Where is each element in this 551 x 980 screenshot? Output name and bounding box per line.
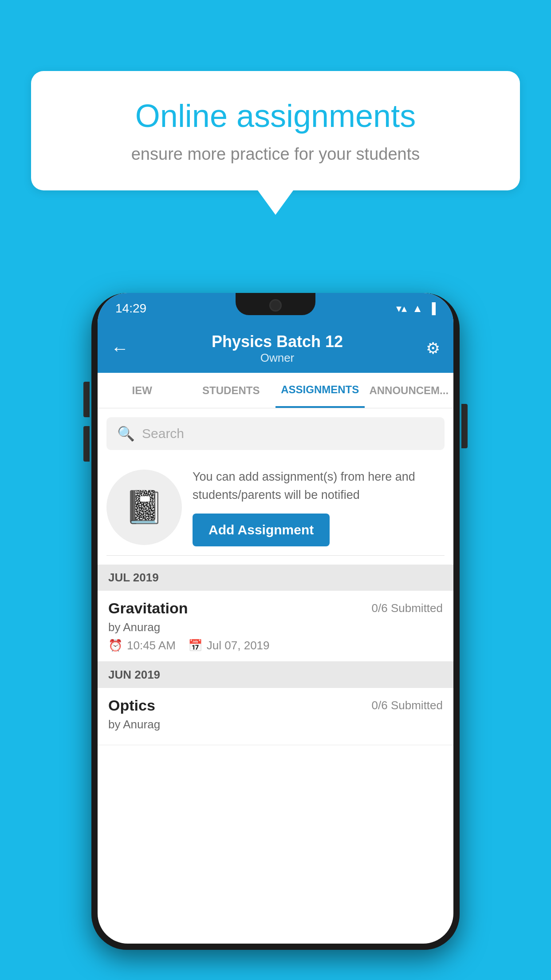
meta-time: ⏰ 10:45 AM <box>108 639 176 652</box>
calendar-icon: 📅 <box>188 639 202 652</box>
promo-text: You can add assignment(s) from here and … <box>193 468 445 504</box>
header-subtitle: Owner <box>212 351 343 365</box>
add-assignment-promo: 📓 You can add assignment(s) from here an… <box>106 459 445 556</box>
screen-content: 🔍 Search 📓 You can add assignment(s) fro… <box>98 408 453 944</box>
speech-bubble-arrow <box>258 190 293 215</box>
battery-icon: ▐ <box>428 302 436 315</box>
section-header-jul: JUL 2019 <box>98 565 453 591</box>
phone-screen: 14:29 ▾▴ ▲ ▐ ← Physics Batch 12 Owner ⚙ <box>98 293 453 944</box>
meta-time-value: 10:45 AM <box>127 639 176 652</box>
search-icon: 🔍 <box>117 425 135 442</box>
assignment-meta: ⏰ 10:45 AM 📅 Jul 07, 2019 <box>108 639 443 652</box>
speech-bubble-title: Online assignments <box>67 98 484 134</box>
tab-announcements[interactable]: ANNOUNCEM... <box>365 373 454 408</box>
app-header: ← Physics Batch 12 Owner ⚙ <box>98 324 453 373</box>
meta-date-value: Jul 07, 2019 <box>207 639 270 652</box>
promo-icon-circle: 📓 <box>106 470 182 545</box>
clock-icon: ⏰ <box>108 639 122 652</box>
phone-frame: 14:29 ▾▴ ▲ ▐ ← Physics Batch 12 Owner ⚙ <box>91 293 460 950</box>
optics-name: Optics <box>108 697 155 714</box>
phone-notch <box>236 293 315 315</box>
volume-up-button <box>83 382 90 417</box>
wifi-icon: ▾▴ <box>396 302 407 315</box>
notebook-icon: 📓 <box>124 488 164 526</box>
promo-right: You can add assignment(s) from here and … <box>193 468 445 546</box>
optics-row1: Optics 0/6 Submitted <box>108 697 443 714</box>
tabs-bar: IEW STUDENTS ASSIGNMENTS ANNOUNCEM... <box>98 373 453 408</box>
assignment-item-gravitation[interactable]: Gravitation 0/6 Submitted by Anurag ⏰ 10… <box>98 591 453 662</box>
assignment-item-optics[interactable]: Optics 0/6 Submitted by Anurag <box>98 688 453 745</box>
assignment-status: 0/6 Submitted <box>372 601 443 615</box>
assignment-row1: Gravitation 0/6 Submitted <box>108 600 443 617</box>
speech-bubble-wrapper: Online assignments ensure more practice … <box>31 71 520 215</box>
phone-camera <box>269 299 282 312</box>
volume-down-button <box>83 426 90 462</box>
phone-wrapper: 14:29 ▾▴ ▲ ▐ ← Physics Batch 12 Owner ⚙ <box>91 293 460 950</box>
settings-button[interactable]: ⚙ <box>426 339 440 358</box>
optics-by: by Anurag <box>108 718 443 731</box>
signal-icon: ▲ <box>412 302 423 315</box>
meta-date: 📅 Jul 07, 2019 <box>188 639 270 652</box>
power-button <box>461 404 468 448</box>
tab-iew[interactable]: IEW <box>98 373 187 408</box>
speech-bubble-subtitle: ensure more practice for your students <box>67 145 484 164</box>
assignment-by: by Anurag <box>108 620 443 634</box>
search-bar[interactable]: 🔍 Search <box>106 417 445 450</box>
back-button[interactable]: ← <box>111 339 129 359</box>
header-center: Physics Batch 12 Owner <box>212 332 343 365</box>
speech-bubble: Online assignments ensure more practice … <box>31 71 520 190</box>
section-header-jun: JUN 2019 <box>98 662 453 688</box>
optics-status: 0/6 Submitted <box>372 699 443 712</box>
assignment-name: Gravitation <box>108 600 188 617</box>
tab-assignments[interactable]: ASSIGNMENTS <box>276 373 365 408</box>
header-title: Physics Batch 12 <box>212 332 343 351</box>
search-placeholder: Search <box>142 426 184 441</box>
tab-students[interactable]: STUDENTS <box>187 373 276 408</box>
add-assignment-button[interactable]: Add Assignment <box>193 514 330 546</box>
status-time: 14:29 <box>115 301 146 316</box>
status-icons: ▾▴ ▲ ▐ <box>396 302 436 315</box>
